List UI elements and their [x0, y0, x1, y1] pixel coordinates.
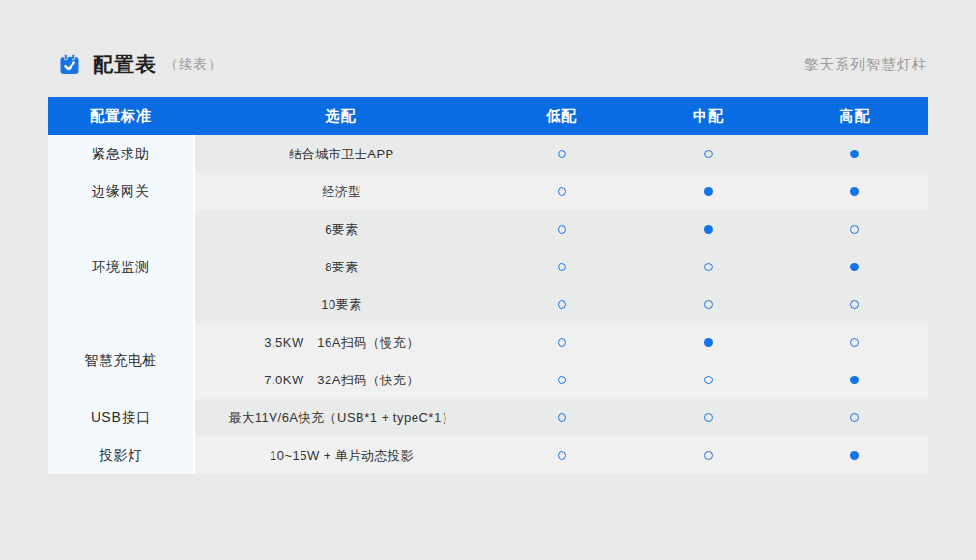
table-group-projection-light: 投影灯 10~15W + 单片动态投影	[48, 436, 928, 474]
high-config-mark	[850, 225, 859, 234]
header-low-config: 低配	[488, 107, 635, 126]
table-body: 紧急求助 结合城市卫士APP 边缘网关 经济型	[48, 135, 928, 474]
high-config-cell	[782, 451, 928, 460]
group-rows: 结合城市卫士APP	[195, 135, 928, 173]
config-table: 配置标准 选配 低配 中配 高配 紧急求助 结合城市卫士APP	[48, 97, 928, 474]
option-cell: 10~15W + 单片动态投影	[195, 447, 488, 464]
group-rows: 3.5KW 16A扫码（慢充） 7.0KW 32A扫码（快充）	[195, 323, 928, 399]
high-config-cell	[782, 263, 928, 271]
mid-config-mark	[704, 376, 713, 384]
table-group-emergency: 紧急求助 结合城市卫士APP	[48, 135, 928, 173]
low-config-mark	[558, 376, 566, 384]
low-config-cell	[488, 187, 635, 196]
mid-config-cell	[635, 300, 782, 309]
low-config-mark	[558, 150, 566, 158]
low-config-cell	[488, 300, 635, 309]
table-row: 经济型	[195, 173, 928, 210]
low-config-mark	[558, 338, 566, 347]
low-config-cell	[488, 150, 635, 158]
option-cell: 最大11V/6A快充（USB*1 + typeC*1）	[195, 409, 488, 427]
group-name: 边缘网关	[48, 173, 193, 210]
high-config-cell	[782, 150, 928, 158]
group-rows: 6要素 8要素 10要素	[195, 210, 928, 323]
mid-config-mark	[704, 225, 713, 234]
high-config-cell	[782, 187, 928, 196]
mid-config-cell	[635, 451, 782, 460]
option-cell: 结合城市卫士APP	[195, 146, 488, 163]
title-bar: 配置表 （续表） 擎天系列智慧灯柱	[48, 48, 928, 81]
group-name: 投影灯	[48, 436, 193, 474]
high-config-cell	[782, 376, 928, 384]
option-cell: 经济型	[195, 183, 488, 201]
high-config-mark	[850, 300, 859, 309]
product-series-label: 擎天系列智慧灯柱	[804, 56, 928, 74]
mid-config-mark	[704, 150, 713, 158]
mid-config-cell	[635, 338, 782, 347]
table-group-usb-port: USB接口 最大11V/6A快充（USB*1 + typeC*1）	[48, 399, 928, 436]
table-row: 10要素	[195, 286, 928, 323]
group-name: USB接口	[48, 399, 193, 436]
mid-config-cell	[635, 187, 782, 196]
mid-config-mark	[704, 187, 713, 196]
high-config-mark	[850, 338, 859, 347]
option-cell: 3.5KW 16A扫码（慢充）	[195, 334, 488, 351]
low-config-mark	[558, 263, 566, 271]
table-row: 3.5KW 16A扫码（慢充）	[195, 323, 928, 361]
mid-config-mark	[704, 263, 713, 271]
low-config-mark	[558, 413, 566, 422]
high-config-cell	[782, 338, 928, 347]
table-group-environment-monitoring: 环境监测 6要素 8要素	[48, 210, 928, 323]
header-mid-config: 中配	[635, 107, 782, 126]
header-config-standard: 配置标准	[48, 107, 193, 126]
option-cell: 10要素	[195, 296, 488, 314]
low-config-mark	[558, 225, 566, 234]
high-config-cell	[782, 300, 928, 309]
table-row: 8要素	[195, 248, 928, 286]
high-config-mark	[850, 263, 859, 271]
header-optional: 选配	[193, 107, 488, 126]
option-cell: 7.0KW 32A扫码（快充）	[195, 372, 488, 389]
mid-config-cell	[635, 150, 782, 158]
mid-config-cell	[635, 225, 782, 234]
table-group-edge-gateway: 边缘网关 经济型	[48, 173, 928, 210]
option-cell: 6要素	[195, 221, 488, 238]
page-subtitle: （续表）	[164, 56, 222, 73]
mid-config-cell	[635, 263, 782, 271]
table-row: 7.0KW 32A扫码（快充）	[195, 361, 928, 399]
high-config-mark	[850, 451, 859, 460]
high-config-mark	[850, 413, 859, 422]
calendar-check-icon	[58, 53, 81, 76]
low-config-mark	[558, 187, 566, 196]
high-config-cell	[782, 225, 928, 234]
mid-config-mark	[704, 413, 713, 422]
group-name: 智慧充电桩	[48, 323, 193, 399]
low-config-mark	[558, 300, 566, 309]
high-config-cell	[782, 413, 928, 422]
page-title: 配置表	[93, 51, 157, 78]
low-config-cell	[488, 413, 635, 422]
table-group-smart-charging-pile: 智慧充电桩 3.5KW 16A扫码（慢充） 7.0KW 32A扫码（快充）	[48, 323, 928, 399]
group-rows: 10~15W + 单片动态投影	[195, 436, 928, 474]
low-config-cell	[488, 263, 635, 271]
mid-config-mark	[704, 451, 713, 460]
mid-config-mark	[704, 338, 713, 347]
high-config-mark	[850, 187, 859, 196]
group-name: 环境监测	[48, 210, 193, 323]
low-config-cell	[488, 338, 635, 347]
mid-config-cell	[635, 413, 782, 422]
group-rows: 经济型	[195, 173, 928, 210]
table-row: 6要素	[195, 210, 928, 248]
mid-config-mark	[704, 300, 713, 309]
page-container: 配置表 （续表） 擎天系列智慧灯柱 配置标准 选配 低配 中配 高配 紧急求助 …	[48, 0, 928, 474]
table-header-row: 配置标准 选配 低配 中配 高配	[48, 97, 928, 135]
header-high-config: 高配	[782, 107, 928, 126]
low-config-cell	[488, 451, 635, 460]
option-cell: 8要素	[195, 259, 488, 276]
table-row: 10~15W + 单片动态投影	[195, 436, 928, 474]
high-config-mark	[850, 150, 859, 158]
low-config-cell	[488, 225, 635, 234]
low-config-mark	[558, 451, 566, 460]
high-config-mark	[850, 376, 859, 384]
group-rows: 最大11V/6A快充（USB*1 + typeC*1）	[195, 399, 928, 436]
table-row: 最大11V/6A快充（USB*1 + typeC*1）	[195, 399, 928, 436]
